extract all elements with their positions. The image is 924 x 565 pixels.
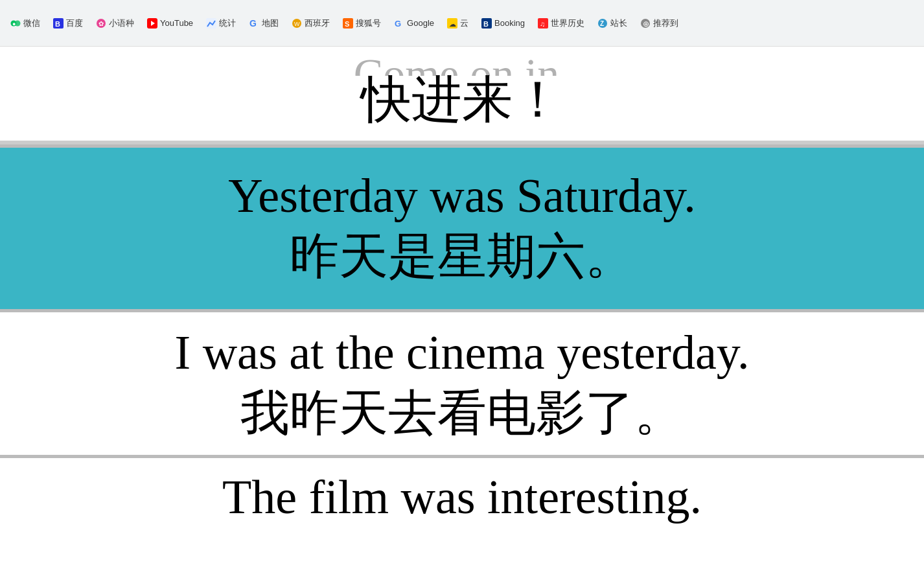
bookmark-label: 微信 [23, 17, 40, 29]
svg-text:G: G [395, 19, 401, 29]
yesterday-english: Yesterday was Saturday. [13, 167, 911, 225]
bookmark-label: 地图 [262, 17, 279, 29]
shijishi-icon: ♫ [538, 18, 548, 29]
tongji-icon [206, 18, 216, 29]
ditu-icon: G [249, 18, 259, 29]
bookmark-label: Google [407, 18, 434, 28]
svg-text:♫: ♫ [540, 20, 545, 28]
bookmark-label: 推荐到 [653, 17, 678, 29]
bookmark-label: 百度 [66, 17, 83, 29]
bookmark-xibanya[interactable]: W 西班牙 [286, 15, 335, 32]
section-yesterday: Yesterday was Saturday. 昨天是星期六。 [0, 144, 924, 312]
bookmark-booking[interactable]: B Booking [476, 16, 530, 31]
svg-text:✿: ✿ [98, 20, 104, 27]
tuijian-icon: ⊕ [640, 18, 651, 29]
svg-text:B: B [55, 20, 60, 28]
youtube-icon [147, 18, 157, 29]
bookmark-tongji[interactable]: 统计 [201, 15, 241, 32]
bookmark-label: 小语种 [109, 17, 134, 29]
section-film: The film was interesting. [0, 458, 924, 526]
bookmark-label: 站长 [610, 17, 627, 29]
bookmark-label: 西班牙 [305, 17, 330, 29]
come-in-english: Come on in. [13, 50, 911, 76]
bookmark-souhu[interactable]: S 搜狐号 [338, 15, 386, 32]
baidu-icon: B [53, 18, 64, 29]
xibanya-icon: W [292, 18, 302, 29]
svg-text:G: G [249, 18, 257, 29]
section-come-in: Come on in. 快进来！ [0, 47, 924, 144]
svg-text:S: S [345, 20, 349, 28]
bookmark-youtube[interactable]: YouTube [142, 16, 198, 31]
bookmark-tuijian[interactable]: ⊕ 推荐到 [635, 15, 684, 32]
film-english: The film was interesting. [13, 468, 911, 526]
bookmark-zhangzhang[interactable]: Z 站长 [592, 15, 632, 32]
bookmark-ditu[interactable]: G 地图 [244, 15, 284, 32]
bookmark-label: 世界历史 [551, 17, 584, 29]
section-cinema: I was at the cinema yesterday. 我昨天去看电影了。 [0, 312, 924, 458]
bookmark-weixin[interactable]: ● 微信 [5, 15, 45, 32]
souhu-icon: S [343, 18, 353, 29]
svg-text:Z: Z [600, 20, 604, 27]
svg-text:●: ● [12, 21, 16, 27]
page-content: Come on in. 快进来！ Yesterday was Saturday.… [0, 47, 924, 525]
yun-icon: ☁ [447, 18, 457, 29]
come-in-chinese: 快进来！ [13, 69, 911, 130]
bookmark-yun[interactable]: ☁ 云 [442, 15, 474, 32]
svg-text:B: B [483, 20, 489, 28]
bookmark-google[interactable]: G Google [389, 16, 439, 31]
google-icon: G [394, 18, 404, 29]
booking-icon: B [481, 18, 492, 29]
bookmark-label: 统计 [219, 17, 236, 29]
browser-toolbar: ● 微信 B 百度 ✿ 小语种 YouTube 统计 G 地图 W [0, 0, 924, 47]
svg-text:⊕: ⊕ [643, 19, 649, 29]
yesterday-chinese: 昨天是星期六。 [13, 227, 911, 286]
bookmark-label: YouTube [160, 18, 193, 28]
zhangzhang-icon: Z [597, 18, 608, 29]
weixin-icon: ● [10, 18, 21, 29]
bookmark-label: 搜狐号 [356, 17, 381, 29]
bookmark-shijishi[interactable]: ♫ 世界历史 [533, 15, 590, 32]
bookmark-label: 云 [460, 17, 468, 29]
bookmark-label: Booking [494, 18, 525, 28]
cinema-chinese: 我昨天去看电影了。 [13, 384, 911, 443]
xiaoyuzhong-icon: ✿ [96, 18, 106, 29]
svg-text:☁: ☁ [449, 20, 456, 28]
bookmark-xiaoyuzhong[interactable]: ✿ 小语种 [91, 15, 139, 32]
bookmark-baidu[interactable]: B 百度 [48, 15, 88, 32]
cinema-english: I was at the cinema yesterday. [13, 324, 911, 382]
svg-text:W: W [294, 21, 300, 27]
